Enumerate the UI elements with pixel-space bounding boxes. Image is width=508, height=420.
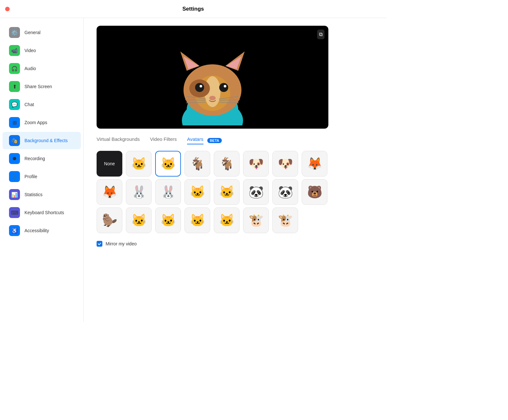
avatar-emoji-cat-hoodie: 🐱 bbox=[131, 157, 146, 171]
avatar-emoji-dog-spot: 🐶 bbox=[278, 157, 293, 171]
tab-virtual-backgrounds[interactable]: Virtual Backgrounds bbox=[97, 136, 140, 144]
avatar-emoji-cat-light2: 🐱 bbox=[219, 213, 234, 227]
avatar-emoji-cow2: 🐮 bbox=[278, 213, 293, 227]
sidebar-label-statistics: Statistics bbox=[24, 192, 42, 197]
avatar-cell-cat-light2[interactable]: 🐱 bbox=[214, 207, 240, 233]
mirror-video-checkbox[interactable] bbox=[97, 241, 102, 247]
sidebar-icon-share-screen: ⬆ bbox=[9, 81, 20, 92]
sidebar-item-recording[interactable]: ⏺ Recording bbox=[3, 150, 81, 167]
avatar-cell-panda-green[interactable]: 🐼 bbox=[272, 179, 298, 205]
avatar-cell-bunny-pink[interactable]: 🐰 bbox=[126, 179, 152, 205]
sidebar-item-audio[interactable]: 🎧 Audio bbox=[3, 60, 81, 77]
close-button[interactable] bbox=[5, 7, 10, 11]
svg-point-11 bbox=[195, 83, 204, 92]
svg-point-15 bbox=[209, 96, 216, 100]
sidebar: ⚙️ General 📹 Video 🎧 Audio ⬆ Share Scree… bbox=[0, 18, 84, 322]
avatar-emoji-bunny-white: 🐰 bbox=[161, 185, 176, 199]
sidebar-icon-audio: 🎧 bbox=[9, 63, 20, 74]
sidebar-icon-keyboard-shortcuts: ⌨ bbox=[9, 207, 20, 218]
page-title: Settings bbox=[182, 6, 204, 12]
avatar-emoji-cat-dark2: 🐱 bbox=[161, 213, 176, 227]
sidebar-icon-recording: ⏺ bbox=[9, 153, 20, 164]
avatar-cell-none[interactable]: None bbox=[97, 151, 122, 177]
sidebar-item-keyboard-shortcuts[interactable]: ⌨ Keyboard Shortcuts bbox=[3, 204, 81, 221]
main-layout: ⚙️ General 📹 Video 🎧 Audio ⬆ Share Scree… bbox=[0, 18, 386, 322]
sidebar-item-zoom-apps[interactable]: ⊞ Zoom Apps bbox=[3, 114, 81, 131]
svg-point-14 bbox=[224, 85, 226, 87]
sidebar-label-general: General bbox=[24, 30, 41, 35]
tab-video-filters[interactable]: Video Filters bbox=[150, 136, 177, 144]
avatar-cell-bear-brown[interactable]: 🐻 bbox=[302, 179, 327, 205]
avatar-cell-bunny-white[interactable]: 🐰 bbox=[155, 179, 181, 205]
avatar-emoji-cat-light1: 🐱 bbox=[190, 213, 205, 227]
avatar-emoji-cat-teal: 🐱 bbox=[161, 157, 176, 171]
mirror-video-label: Mirror my video bbox=[106, 241, 136, 246]
sidebar-icon-statistics: 📊 bbox=[9, 189, 20, 200]
avatar-cell-cat-dark1[interactable]: 🐱 bbox=[126, 207, 152, 233]
sidebar-icon-video: 📹 bbox=[9, 45, 20, 56]
avatar-emoji-fox-red: 🦊 bbox=[307, 157, 322, 171]
sidebar-item-statistics[interactable]: 📊 Statistics bbox=[3, 186, 81, 203]
sidebar-label-accessibility: Accessibility bbox=[24, 228, 49, 233]
sidebar-label-audio: Audio bbox=[24, 66, 36, 71]
avatar-grid: None🐱🐱🐐🐐🐶🐶🦊🦊🐰🐰🐱🐱🐼🐼🐻🦫🐱🐱🐱🐱🐮🐮 bbox=[97, 151, 328, 233]
avatar-cell-cow2[interactable]: 🐮 bbox=[272, 207, 298, 233]
avatar-emoji-cow1: 🐮 bbox=[249, 213, 264, 227]
avatar-emoji-goat-purple: 🐐 bbox=[190, 157, 205, 171]
sidebar-label-video: Video bbox=[24, 48, 36, 53]
avatar-emoji-cat-gray: 🐱 bbox=[190, 185, 205, 199]
avatar-emoji-cat-gray2: 🐱 bbox=[219, 185, 234, 199]
sidebar-item-share-screen[interactable]: ⬆ Share Screen bbox=[3, 78, 81, 95]
copy-preview-button[interactable]: ⧉ bbox=[317, 30, 325, 39]
avatar-cell-dog-spot[interactable]: 🐶 bbox=[272, 151, 298, 177]
avatar-emoji-bear-brown: 🐻 bbox=[307, 185, 322, 199]
sidebar-icon-background-effects: 🎭 bbox=[9, 135, 20, 146]
avatar-cell-cat-gray2[interactable]: 🐱 bbox=[214, 179, 240, 205]
avatar-emoji-bunny-pink: 🐰 bbox=[131, 185, 146, 199]
avatar-cell-cat-light1[interactable]: 🐱 bbox=[184, 207, 210, 233]
avatar-cell-cat-teal[interactable]: 🐱 bbox=[155, 151, 181, 177]
avatar-emoji-cat-dark1: 🐱 bbox=[131, 213, 146, 227]
beta-badge: BETA bbox=[207, 138, 222, 143]
mirror-video-row: Mirror my video bbox=[97, 241, 373, 247]
sidebar-icon-zoom-apps: ⊞ bbox=[9, 117, 20, 128]
tab-bar: Virtual BackgroundsVideo FiltersAvatarsB… bbox=[97, 136, 373, 144]
sidebar-label-zoom-apps: Zoom Apps bbox=[24, 120, 47, 125]
avatar-cell-beaver[interactable]: 🦫 bbox=[97, 207, 122, 233]
main-content: ⧉ bbox=[84, 18, 386, 322]
sidebar-icon-general: ⚙️ bbox=[9, 27, 20, 38]
avatar-emoji-dog-gold: 🐶 bbox=[249, 157, 264, 171]
avatar-emoji-goat-tan: 🐐 bbox=[219, 157, 234, 171]
sidebar-label-background-effects: Background & Effects bbox=[24, 138, 68, 143]
avatar-cell-cat-hoodie[interactable]: 🐱 bbox=[126, 151, 152, 177]
avatar-preview: ⧉ bbox=[97, 26, 328, 129]
avatar-cell-cat-gray[interactable]: 🐱 bbox=[184, 179, 210, 205]
avatar-cell-panda-black[interactable]: 🐼 bbox=[243, 179, 269, 205]
checkmark-icon bbox=[98, 242, 101, 246]
sidebar-item-profile[interactable]: 👤 Profile bbox=[3, 168, 81, 185]
svg-point-12 bbox=[219, 83, 228, 92]
sidebar-item-general[interactable]: ⚙️ General bbox=[3, 24, 81, 41]
avatar-emoji-panda-black: 🐼 bbox=[249, 185, 264, 199]
tab-avatars[interactable]: Avatars bbox=[187, 136, 203, 144]
avatar-cell-cow1[interactable]: 🐮 bbox=[243, 207, 269, 233]
sidebar-label-recording: Recording bbox=[24, 156, 45, 161]
sidebar-icon-profile: 👤 bbox=[9, 171, 20, 182]
avatar-emoji-beaver: 🦫 bbox=[102, 213, 117, 227]
avatar-cell-dog-gold[interactable]: 🐶 bbox=[243, 151, 269, 177]
sidebar-label-profile: Profile bbox=[24, 174, 37, 179]
avatar-emoji-panda-green: 🐼 bbox=[278, 185, 293, 199]
avatar-cell-goat-tan[interactable]: 🐐 bbox=[214, 151, 240, 177]
sidebar-item-chat[interactable]: 💬 Chat bbox=[3, 96, 81, 113]
avatar-cell-fox-hoodie[interactable]: 🦊 bbox=[97, 179, 122, 205]
sidebar-item-video[interactable]: 📹 Video bbox=[3, 42, 81, 59]
avatar-emoji-fox-hoodie: 🦊 bbox=[102, 185, 117, 199]
sidebar-item-accessibility[interactable]: ♿ Accessibility bbox=[3, 222, 81, 239]
settings-header: Settings bbox=[0, 0, 386, 18]
sidebar-label-chat: Chat bbox=[24, 102, 34, 107]
avatar-cell-cat-dark2[interactable]: 🐱 bbox=[155, 207, 181, 233]
sidebar-item-background-effects[interactable]: 🎭 Background & Effects bbox=[3, 132, 81, 149]
avatar-cell-fox-red[interactable]: 🦊 bbox=[302, 151, 327, 177]
avatar-cell-goat-purple[interactable]: 🐐 bbox=[184, 151, 210, 177]
sidebar-icon-accessibility: ♿ bbox=[9, 225, 20, 236]
